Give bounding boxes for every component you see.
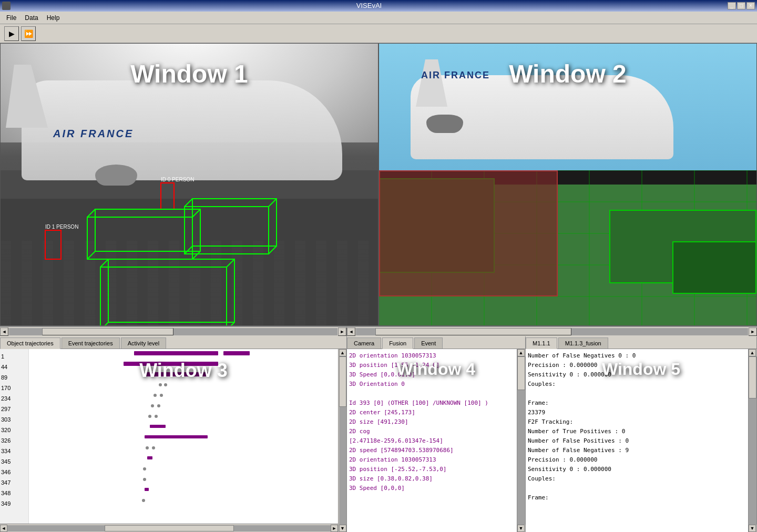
- scroll-up-btn[interactable]: ▲: [339, 349, 346, 356]
- right-panel-tabs: M1.1.1 M1.1.3_fusion: [526, 336, 756, 349]
- event-line-2: 3D position [1.55,-1.24,0]: [349, 361, 523, 370]
- traj-id-346: 346: [1, 467, 27, 477]
- mid-vscroll-thumb[interactable]: [517, 356, 525, 390]
- panel-left: Object trajectories Event trajectories A…: [0, 336, 347, 532]
- scroll-down-btn[interactable]: ▼: [339, 525, 346, 532]
- traj-id-347: 347: [1, 477, 27, 488]
- svg-rect-34: [134, 351, 218, 355]
- hscroll-left-btn[interactable]: ◄: [0, 525, 7, 532]
- vscroll-track[interactable]: [339, 356, 346, 525]
- svg-line-6: [87, 209, 95, 217]
- traj-id-89: 89: [1, 372, 27, 383]
- svg-line-19: [227, 259, 234, 267]
- window-2[interactable]: AIR FRANCE Window 2: [378, 43, 757, 326]
- maximize-button[interactable]: □: [737, 2, 745, 9]
- middle-panel-tabs: Camera Fusion Event: [347, 336, 525, 349]
- tab-event[interactable]: Event: [414, 337, 443, 349]
- tab-camera[interactable]: Camera: [347, 337, 381, 349]
- event-line-9: [2.47118e-259,6.01347e-154]: [349, 436, 523, 446]
- traj-hscroll[interactable]: ◄ ►: [0, 524, 338, 532]
- traj-id-303: 303: [1, 414, 27, 425]
- menu-data[interactable]: Data: [21, 13, 42, 23]
- svg-line-9: [192, 251, 200, 259]
- scroll-track-left[interactable]: [9, 328, 337, 335]
- event-line-6: 2D center [245,173]: [349, 408, 523, 417]
- svg-text:ID 0 PERSON: ID 0 PERSON: [161, 177, 194, 182]
- svg-rect-36: [124, 362, 218, 366]
- play-button[interactable]: ▶: [4, 26, 19, 41]
- scroll-left-btn-2[interactable]: ◄: [347, 328, 355, 336]
- window-1[interactable]: AIR FRANCE ID 0 PERSON ID 1 PERSON: [0, 43, 378, 326]
- middle-panel-content: 2D orientation 1030057313 3D position [1…: [347, 349, 525, 532]
- svg-rect-10: [185, 207, 269, 254]
- right-scroll-down[interactable]: ▼: [749, 525, 756, 532]
- scroll-right-btn[interactable]: ►: [338, 328, 346, 336]
- stat-sensitivity2: Sensitivity 0 : 0.000000: [528, 465, 754, 474]
- main-content: AIR FRANCE ID 0 PERSON ID 1 PERSON: [0, 43, 757, 532]
- svg-point-38: [159, 383, 162, 386]
- scroll-right-btn-2[interactable]: ►: [749, 328, 757, 336]
- tab-m111[interactable]: M1.1.1: [526, 337, 557, 349]
- vscroll-thumb[interactable]: [339, 356, 346, 407]
- close-button[interactable]: ×: [746, 2, 755, 9]
- svg-rect-35: [223, 351, 250, 355]
- hscroll-right-btn[interactable]: ►: [331, 525, 338, 532]
- svg-point-48: [146, 446, 149, 449]
- traj-id-297: 297: [1, 404, 27, 414]
- mid-scroll-down[interactable]: ▼: [517, 525, 525, 532]
- tab-m113fusion[interactable]: M1.1.3_fusion: [558, 337, 608, 349]
- title-bar: VISEvAI _ □ ×: [0, 0, 757, 12]
- right-scroll-up[interactable]: ▲: [749, 349, 756, 356]
- svg-rect-37: [145, 372, 208, 376]
- svg-line-8: [87, 251, 95, 259]
- traj-vscroll[interactable]: ▲ ▼: [338, 349, 346, 532]
- traj-id-170: 170: [1, 383, 27, 393]
- tab-event-trajectories[interactable]: Event trajectories: [62, 337, 120, 349]
- svg-rect-0: [161, 183, 174, 209]
- tab-activity-level[interactable]: Activity level: [121, 337, 167, 349]
- left-panel-content: 1 44 89 170 234 297 303 320 326 334 345 …: [0, 349, 346, 532]
- scroll-track-right[interactable]: [356, 328, 748, 335]
- scroll-left-btn[interactable]: ◄: [0, 328, 8, 336]
- stat-precision: Precision : 0.000000: [528, 361, 754, 370]
- right-vscroll[interactable]: ▲ ▼: [748, 349, 756, 532]
- panel-right: M1.1.1 M1.1.3_fusion Number of False Neg…: [526, 336, 757, 532]
- svg-point-44: [148, 415, 151, 418]
- svg-point-39: [164, 383, 167, 386]
- event-line-13: 3D size [0.38,0.82,0.38]: [349, 474, 523, 484]
- left-panel-tabs: Object trajectories Event trajectories A…: [0, 336, 346, 349]
- stat-spacer2: [528, 484, 754, 493]
- stat-fn2: Number of False Negatives : 9: [528, 446, 754, 455]
- fast-forward-button[interactable]: ⏩: [21, 26, 36, 41]
- event-line-7: 2D size [491,230]: [349, 417, 523, 427]
- svg-rect-2: [45, 230, 61, 259]
- event-line-4: 3D Orientation 0: [349, 380, 523, 389]
- event-data-text: 2D orientation 1030057313 3D position [1…: [347, 349, 525, 532]
- app-title: VISEvAI: [356, 0, 382, 12]
- menu-help[interactable]: Help: [43, 13, 64, 23]
- svg-rect-50: [147, 456, 152, 459]
- minimize-button[interactable]: _: [728, 2, 736, 9]
- window-controls[interactable]: _ □ ×: [728, 2, 755, 9]
- tab-fusion[interactable]: Fusion: [382, 337, 413, 349]
- scroll-thumb-right[interactable]: [375, 328, 571, 335]
- tab-object-trajectories[interactable]: Object trajectories: [0, 337, 60, 349]
- right-vscroll-track[interactable]: [749, 356, 756, 525]
- hscroll-track[interactable]: [7, 525, 331, 531]
- mid-vscroll-track[interactable]: [517, 356, 525, 525]
- left-scrollbar[interactable]: ◄ ►: [0, 327, 347, 336]
- right-vscroll-thumb[interactable]: [749, 356, 756, 398]
- svg-line-15: [269, 246, 277, 254]
- svg-line-18: [100, 259, 108, 267]
- traj-id-334: 334: [1, 446, 27, 456]
- scroll-thumb-left[interactable]: [42, 328, 173, 335]
- svg-point-52: [143, 478, 146, 481]
- svg-line-20: [100, 322, 108, 325]
- svg-point-41: [160, 394, 163, 397]
- hscroll-thumb[interactable]: [105, 525, 234, 531]
- menu-file[interactable]: File: [2, 13, 21, 23]
- right-scrollbar[interactable]: ◄ ►: [347, 327, 757, 336]
- mid-scroll-up[interactable]: ▲: [517, 349, 525, 356]
- mid-vscroll[interactable]: ▲ ▼: [517, 349, 525, 532]
- event-line-14: 3D Speed [0,0,0]: [349, 484, 523, 493]
